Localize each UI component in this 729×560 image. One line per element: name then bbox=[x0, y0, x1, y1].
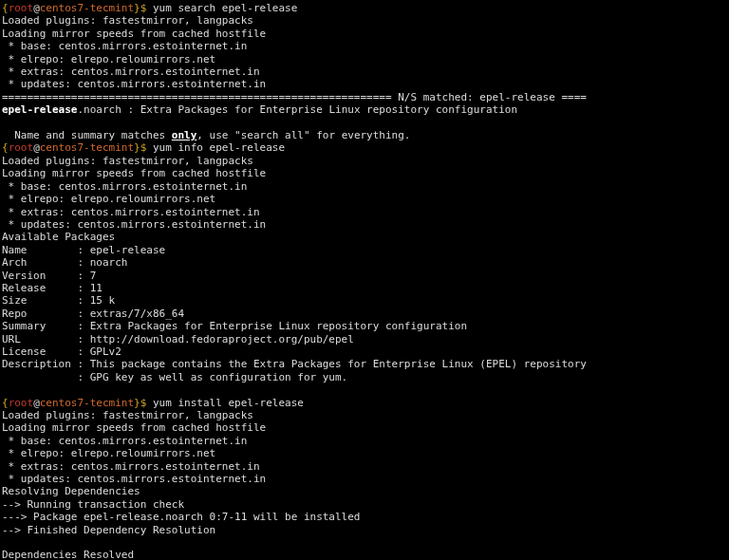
prompt-host: centos7-tecmint bbox=[40, 2, 134, 14]
output-line: Loaded plugins: fastestmirror, langpacks bbox=[2, 155, 253, 167]
output-line: * base: centos.mirrors.estointernet.in bbox=[2, 40, 247, 52]
output-line: * base: centos.mirrors.estointernet.in bbox=[2, 180, 247, 193]
command-text: yum info epel-release bbox=[153, 141, 285, 154]
info-summary: Summary : Extra Packages for Enterprise … bbox=[2, 320, 467, 332]
output-line: Loading mirror speeds from cached hostfi… bbox=[2, 167, 266, 179]
info-description: Description : This package contains the … bbox=[2, 358, 587, 370]
hint-text: Name and summary matches bbox=[2, 129, 172, 141]
pkg-name: epel-release bbox=[2, 103, 77, 116]
dollar-icon: $ bbox=[140, 2, 153, 14]
output-line: * extras: centos.mirrors.estointernet.in bbox=[2, 206, 260, 218]
command-text: yum search epel-release bbox=[153, 2, 297, 14]
output-line: Loaded plugins: fastestmirror, langpacks bbox=[2, 409, 253, 421]
search-result: epel-release.noarch : Extra Packages for… bbox=[2, 103, 517, 116]
dollar-icon: $ bbox=[140, 397, 153, 409]
output-line: * elrepo: elrepo.reloumirrors.net bbox=[2, 53, 215, 65]
info-description: : GPG key as well as configuration for y… bbox=[2, 371, 347, 383]
terminal-output[interactable]: {root@centos7-tecmint}$ yum search epel-… bbox=[0, 0, 729, 560]
output-line: * updates: centos.mirrors.estointernet.i… bbox=[2, 473, 266, 485]
output-line: * extras: centos.mirrors.estointernet.in bbox=[2, 460, 260, 473]
prompt-line: {root@centos7-tecmint}$ yum info epel-re… bbox=[2, 141, 285, 154]
info-version: Version : 7 bbox=[2, 270, 96, 282]
output-line: Available Packages bbox=[2, 231, 115, 243]
info-size: Size : 15 k bbox=[2, 294, 115, 307]
output-line: Dependencies Resolved bbox=[2, 549, 134, 560]
hint-only: only bbox=[172, 129, 197, 141]
brace-icon: { bbox=[2, 397, 9, 409]
output-separator: ========================================… bbox=[2, 91, 587, 103]
search-hint: Name and summary matches only, use "sear… bbox=[2, 129, 410, 141]
prompt-host: centos7-tecmint bbox=[40, 141, 134, 154]
output-line: * updates: centos.mirrors.estointernet.i… bbox=[2, 218, 266, 231]
prompt-user: root bbox=[9, 141, 34, 154]
hint-text: , use "search all" for everything. bbox=[196, 129, 410, 141]
prompt-at: @ bbox=[33, 397, 40, 409]
output-line: * base: centos.mirrors.estointernet.in bbox=[2, 435, 247, 447]
output-line: ---> Package epel-release.noarch 0:7-11 … bbox=[2, 511, 361, 523]
output-line: * updates: centos.mirrors.estointernet.i… bbox=[2, 78, 266, 90]
prompt-at: @ bbox=[33, 141, 40, 154]
brace-icon: } bbox=[134, 141, 140, 154]
output-line: Loaded plugins: fastestmirror, langpacks bbox=[2, 14, 253, 27]
prompt-user: root bbox=[9, 397, 34, 409]
output-line: * elrepo: elrepo.reloumirrors.net bbox=[2, 193, 215, 205]
output-line: --> Running transaction check bbox=[2, 498, 184, 511]
output-line: * extras: centos.mirrors.estointernet.in bbox=[2, 65, 260, 78]
prompt-host: centos7-tecmint bbox=[40, 397, 134, 409]
brace-icon: { bbox=[2, 2, 9, 14]
prompt-line: {root@centos7-tecmint}$ yum search epel-… bbox=[2, 2, 297, 14]
brace-icon: } bbox=[134, 2, 140, 14]
info-name: Name : epel-release bbox=[2, 244, 165, 256]
output-line: --> Finished Dependency Resolution bbox=[2, 524, 215, 536]
output-line: Loading mirror speeds from cached hostfi… bbox=[2, 421, 266, 434]
output-line: * elrepo: elrepo.reloumirrors.net bbox=[2, 447, 215, 459]
brace-icon: { bbox=[2, 141, 9, 154]
pkg-desc: .noarch : Extra Packages for Enterprise … bbox=[77, 103, 517, 116]
command-text: yum install epel-release bbox=[153, 397, 304, 409]
prompt-line: {root@centos7-tecmint}$ yum install epel… bbox=[2, 397, 304, 409]
info-url: URL : http://download.fedoraproject.org/… bbox=[2, 333, 354, 345]
brace-icon: } bbox=[134, 397, 140, 409]
info-license: License : GPLv2 bbox=[2, 345, 122, 358]
info-release: Release : 11 bbox=[2, 282, 103, 294]
prompt-user: root bbox=[9, 2, 34, 14]
prompt-at: @ bbox=[33, 2, 40, 14]
output-line: Loading mirror speeds from cached hostfi… bbox=[2, 28, 266, 40]
info-arch: Arch : noarch bbox=[2, 256, 127, 269]
dollar-icon: $ bbox=[140, 141, 153, 154]
output-line: Resolving Dependencies bbox=[2, 485, 140, 497]
info-repo: Repo : extras/7/x86_64 bbox=[2, 308, 184, 320]
